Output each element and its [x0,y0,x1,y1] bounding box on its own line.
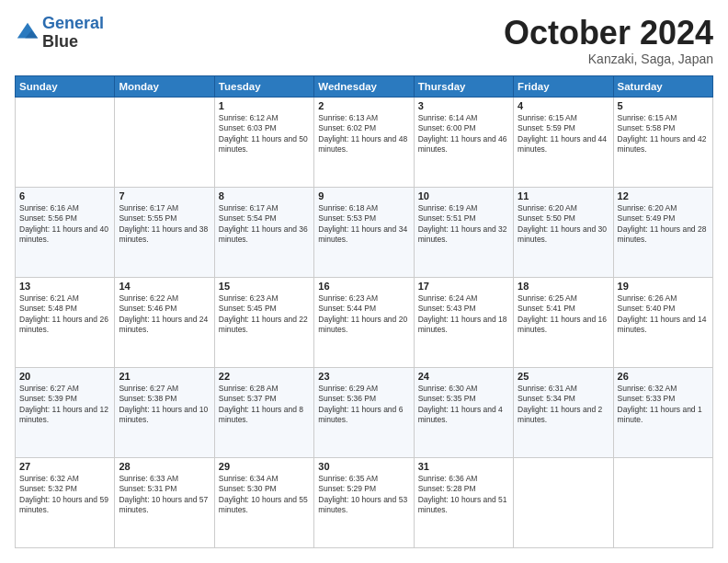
weekday-header-monday: Monday [115,75,214,97]
day-number: 25 [518,371,609,382]
calendar-cell: 17Sunrise: 6:24 AMSunset: 5:43 PMDayligh… [414,277,513,367]
day-info: Sunrise: 6:24 AMSunset: 5:43 PMDaylight:… [418,293,509,336]
day-number: 12 [618,190,709,201]
day-number: 2 [318,100,409,111]
day-number: 28 [119,461,210,472]
calendar-cell: 28Sunrise: 6:33 AMSunset: 5:31 PMDayligh… [115,457,214,547]
page: General Blue October 2024 Kanzaki, Saga,… [0,0,728,563]
calendar-cell: 4Sunrise: 6:15 AMSunset: 5:59 PMDaylight… [514,97,613,187]
day-info: Sunrise: 6:23 AMSunset: 5:45 PMDaylight:… [219,293,310,336]
day-info: Sunrise: 6:13 AMSunset: 6:02 PMDaylight:… [318,113,409,155]
calendar-cell: 15Sunrise: 6:23 AMSunset: 5:45 PMDayligh… [214,277,313,367]
logo-line2: Blue [42,33,104,52]
day-number: 14 [119,281,210,292]
logo: General Blue [15,15,104,52]
calendar-cell: 20Sunrise: 6:27 AMSunset: 5:39 PMDayligh… [16,367,115,457]
calendar-week-row: 6Sunrise: 6:16 AMSunset: 5:56 PMDaylight… [16,187,713,277]
day-number: 1 [219,100,310,111]
weekday-header-saturday: Saturday [613,75,712,97]
day-info: Sunrise: 6:33 AMSunset: 5:31 PMDaylight:… [119,474,210,516]
day-info: Sunrise: 6:28 AMSunset: 5:37 PMDaylight:… [219,384,310,426]
calendar-cell: 21Sunrise: 6:27 AMSunset: 5:38 PMDayligh… [115,367,214,457]
day-number: 7 [119,190,210,201]
calendar-cell: 25Sunrise: 6:31 AMSunset: 5:34 PMDayligh… [514,367,613,457]
calendar-header-row: SundayMondayTuesdayWednesdayThursdayFrid… [16,75,713,97]
day-number: 15 [219,281,310,292]
day-number: 23 [318,371,409,382]
day-info: Sunrise: 6:19 AMSunset: 5:51 PMDaylight:… [418,203,509,246]
day-number: 31 [418,461,509,472]
day-info: Sunrise: 6:32 AMSunset: 5:32 PMDaylight:… [19,474,110,516]
location: Kanzaki, Saga, Japan [504,52,713,66]
day-number: 13 [19,281,110,292]
calendar-cell: 11Sunrise: 6:20 AMSunset: 5:50 PMDayligh… [514,187,613,277]
day-number: 19 [618,281,709,292]
calendar-cell [514,457,613,547]
day-number: 3 [418,100,509,111]
calendar-week-row: 20Sunrise: 6:27 AMSunset: 5:39 PMDayligh… [16,367,713,457]
calendar-cell: 19Sunrise: 6:26 AMSunset: 5:40 PMDayligh… [613,277,712,367]
day-info: Sunrise: 6:30 AMSunset: 5:35 PMDaylight:… [418,384,509,426]
calendar-cell: 27Sunrise: 6:32 AMSunset: 5:32 PMDayligh… [16,457,115,547]
calendar-cell: 6Sunrise: 6:16 AMSunset: 5:56 PMDaylight… [16,187,115,277]
day-number: 11 [518,190,609,201]
day-info: Sunrise: 6:20 AMSunset: 5:49 PMDaylight:… [618,203,709,246]
day-number: 9 [318,190,409,201]
day-info: Sunrise: 6:27 AMSunset: 5:38 PMDaylight:… [119,384,210,426]
calendar-week-row: 1Sunrise: 6:12 AMSunset: 6:03 PMDaylight… [16,97,713,187]
day-number: 21 [119,371,210,382]
calendar-cell [16,97,115,187]
day-info: Sunrise: 6:15 AMSunset: 5:59 PMDaylight:… [518,113,609,155]
day-info: Sunrise: 6:22 AMSunset: 5:46 PMDaylight:… [119,293,210,336]
day-info: Sunrise: 6:14 AMSunset: 6:00 PMDaylight:… [418,113,509,155]
title-block: October 2024 Kanzaki, Saga, Japan [504,15,713,66]
day-info: Sunrise: 6:23 AMSunset: 5:44 PMDaylight:… [318,293,409,336]
day-info: Sunrise: 6:15 AMSunset: 5:58 PMDaylight:… [618,113,709,155]
calendar-cell: 22Sunrise: 6:28 AMSunset: 5:37 PMDayligh… [214,367,313,457]
calendar-cell: 1Sunrise: 6:12 AMSunset: 6:03 PMDaylight… [214,97,313,187]
calendar-cell: 18Sunrise: 6:25 AMSunset: 5:41 PMDayligh… [514,277,613,367]
calendar-table: SundayMondayTuesdayWednesdayThursdayFrid… [15,75,713,548]
calendar-cell: 8Sunrise: 6:17 AMSunset: 5:54 PMDaylight… [214,187,313,277]
calendar-cell: 23Sunrise: 6:29 AMSunset: 5:36 PMDayligh… [314,367,414,457]
day-info: Sunrise: 6:34 AMSunset: 5:30 PMDaylight:… [219,474,310,516]
day-info: Sunrise: 6:36 AMSunset: 5:28 PMDaylight:… [418,474,509,516]
day-number: 26 [618,371,709,382]
day-number: 17 [418,281,509,292]
day-number: 22 [219,371,310,382]
day-info: Sunrise: 6:25 AMSunset: 5:41 PMDaylight:… [518,293,609,336]
calendar-cell: 7Sunrise: 6:17 AMSunset: 5:55 PMDaylight… [115,187,214,277]
day-number: 24 [418,371,509,382]
calendar-cell: 31Sunrise: 6:36 AMSunset: 5:28 PMDayligh… [414,457,513,547]
calendar-cell: 12Sunrise: 6:20 AMSunset: 5:49 PMDayligh… [613,187,712,277]
day-number: 20 [19,371,110,382]
day-info: Sunrise: 6:27 AMSunset: 5:39 PMDaylight:… [19,384,110,426]
day-info: Sunrise: 6:32 AMSunset: 5:33 PMDaylight:… [618,384,709,426]
weekday-header-thursday: Thursday [414,75,513,97]
day-info: Sunrise: 6:26 AMSunset: 5:40 PMDaylight:… [618,293,709,336]
day-info: Sunrise: 6:18 AMSunset: 5:53 PMDaylight:… [318,203,409,246]
calendar-cell: 29Sunrise: 6:34 AMSunset: 5:30 PMDayligh… [214,457,313,547]
calendar-cell: 26Sunrise: 6:32 AMSunset: 5:33 PMDayligh… [613,367,712,457]
month-title: October 2024 [504,15,713,52]
day-number: 16 [318,281,409,292]
day-number: 29 [219,461,310,472]
day-info: Sunrise: 6:31 AMSunset: 5:34 PMDaylight:… [518,384,609,426]
day-number: 10 [418,190,509,201]
weekday-header-sunday: Sunday [16,75,115,97]
calendar-cell: 14Sunrise: 6:22 AMSunset: 5:46 PMDayligh… [115,277,214,367]
day-info: Sunrise: 6:29 AMSunset: 5:36 PMDaylight:… [318,384,409,426]
calendar-cell: 3Sunrise: 6:14 AMSunset: 6:00 PMDaylight… [414,97,513,187]
header: General Blue October 2024 Kanzaki, Saga,… [15,15,713,66]
day-info: Sunrise: 6:12 AMSunset: 6:03 PMDaylight:… [219,113,310,155]
logo-icon [15,20,40,46]
calendar-cell: 5Sunrise: 6:15 AMSunset: 5:58 PMDaylight… [613,97,712,187]
day-number: 6 [19,190,110,201]
weekday-header-tuesday: Tuesday [214,75,313,97]
logo-text: General Blue [42,15,104,52]
calendar-cell: 13Sunrise: 6:21 AMSunset: 5:48 PMDayligh… [16,277,115,367]
calendar-cell: 16Sunrise: 6:23 AMSunset: 5:44 PMDayligh… [314,277,414,367]
day-info: Sunrise: 6:17 AMSunset: 5:55 PMDaylight:… [119,203,210,246]
calendar-cell: 30Sunrise: 6:35 AMSunset: 5:29 PMDayligh… [314,457,414,547]
day-info: Sunrise: 6:35 AMSunset: 5:29 PMDaylight:… [318,474,409,516]
